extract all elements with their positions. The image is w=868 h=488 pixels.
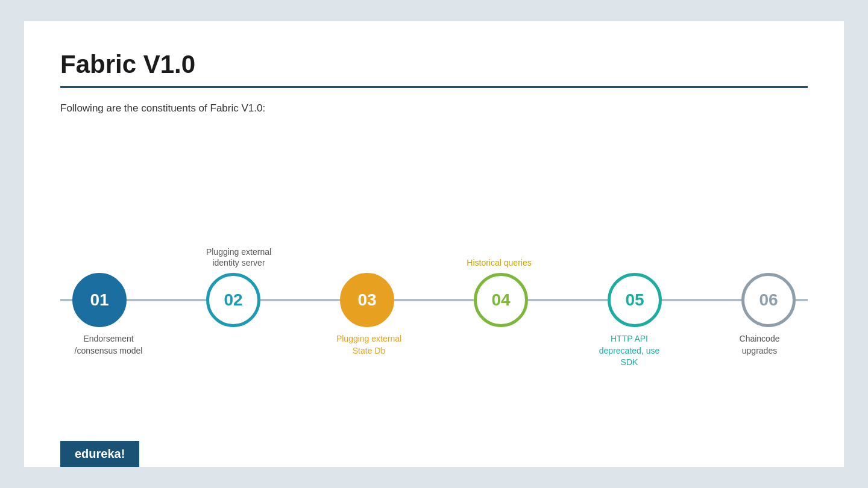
circle-06: 06 (741, 273, 796, 327)
label-below-04 (463, 327, 535, 333)
label-above-06 (723, 268, 796, 273)
circle-01: 01 (72, 273, 127, 327)
label-above-03 (333, 268, 405, 273)
circle-02: 02 (206, 273, 260, 327)
title-divider (60, 86, 808, 88)
labels-above: Plugging external identity server Histor… (60, 225, 808, 273)
label-below-01: Endorsement /consensus model (72, 327, 145, 357)
circle-04: 04 (474, 273, 528, 327)
circle-03: 03 (340, 273, 394, 327)
label-above-04: Historical queries (463, 257, 535, 273)
label-below-02 (203, 327, 275, 333)
label-above-01 (72, 268, 145, 273)
slide-title: Fabric V1.0 (60, 50, 808, 79)
label-above-02: Plugging external identity server (203, 246, 275, 273)
label-below-05: HTTP API deprecated, use SDK (593, 327, 665, 369)
circle-item-03: 03 (340, 273, 394, 327)
circle-item-05: 05 (608, 273, 662, 327)
label-above-05 (593, 268, 665, 273)
circle-item-01: 01 (72, 273, 127, 327)
footer-badge: edureka! (60, 441, 139, 467)
slide-subtitle: Following are the constituents of Fabric… (60, 102, 808, 114)
timeline-line (60, 299, 808, 301)
circle-05: 05 (608, 273, 662, 327)
circle-item-02: 02 (206, 273, 260, 327)
timeline-row: 01 02 03 04 05 06 (60, 273, 808, 327)
labels-below: Endorsement /consensus model Plugging ex… (60, 327, 808, 369)
circle-item-04: 04 (474, 273, 528, 327)
timeline-section: Plugging external identity server Histor… (60, 151, 808, 443)
slide: Fabric V1.0 Following are the constituen… (24, 21, 844, 467)
label-below-06: Chaincode upgrades (723, 327, 796, 357)
label-below-03: Plugging external State Db (333, 327, 405, 357)
circle-item-06: 06 (741, 273, 796, 327)
